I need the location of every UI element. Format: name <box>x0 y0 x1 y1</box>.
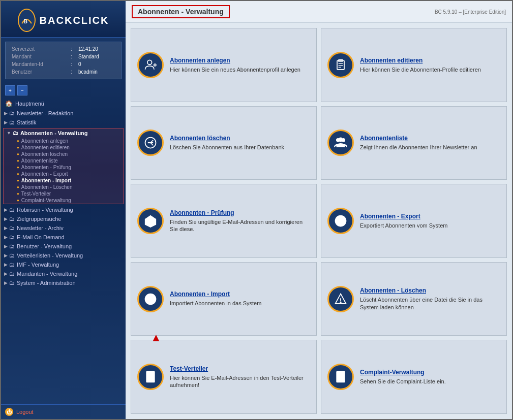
sidebar-item-verteilerlisten-verwaltung[interactable]: ▶ 🗂 Verteilerlisten - Verwaltung <box>1 251 126 260</box>
folder-icon-verteiler: 🗂 <box>9 252 15 259</box>
folder-icon-email: 🗂 <box>9 234 15 240</box>
card-desc-editieren: Hier können Sie die Abonnenten-Profile e… <box>360 66 500 73</box>
sidebar-item-hauptmenu[interactable]: 🏠 Hauptmenü <box>1 99 126 109</box>
card-abonnenten-loeschen2[interactable]: Abonnenten - Löschen Löscht Abonnenten ü… <box>321 262 507 336</box>
content-area: Abonnenten - Verwaltung BC 5.9.10 – [Ent… <box>126 1 512 419</box>
page-title: Abonnenten - Verwaltung <box>138 8 224 16</box>
card-icon-spider-web <box>137 208 164 234</box>
newsletter-redaktion-label: Newsletter - Redaktion <box>17 110 73 116</box>
card-complaint-verwaltung[interactable]: Complaint-Verwaltung Sehen Sie die Compl… <box>321 340 507 414</box>
sidebar-item-robinson-verwaltung[interactable]: ▶ 🗂 Robinson - Verwaltung <box>1 205 126 214</box>
card-abonnenten-import[interactable]: Abonnenten - Import Importiert Abonnente… <box>131 262 317 336</box>
sub-item-loeschen[interactable]: ●Abonnenten löschen <box>14 151 123 157</box>
abonnenten-verwaltung-label: Abonnenten - Verwaltung <box>20 130 88 136</box>
sidebar-item-mandanten-verwaltung[interactable]: ▶ 🗂 Mandanten - Verwaltung <box>1 269 126 278</box>
serverzeit-value: 12:41:20 <box>77 46 116 52</box>
logout-button[interactable]: ⏻ Logout <box>1 404 126 419</box>
card-title-import: Abonnenten - Import <box>170 290 310 298</box>
svg-rect-36 <box>337 372 345 382</box>
page-title-box: Abonnenten - Verwaltung <box>132 5 230 18</box>
card-title-liste: Abonnentenliste <box>360 135 500 142</box>
card-title-pruefung: Abonnenten - Prüfung <box>170 209 310 216</box>
card-abonnenten-editieren[interactable]: Abonnenten editieren Hier können Sie die… <box>321 28 507 102</box>
sub-item-pruefung[interactable]: ●Abonnenten - Prüfung <box>14 164 123 171</box>
imf-verwaltung-label: IMF - Verwaltung <box>17 262 59 268</box>
hauptmenu-label: Hauptmenü <box>15 101 44 107</box>
sidebar-item-system-administration[interactable]: ▶ 🗂 System - Administration <box>1 278 126 287</box>
card-content-pruefung: Abonnenten - Prüfung Finden Sie ungültig… <box>170 209 310 233</box>
sidebar-item-zielgruppensuche[interactable]: ▶ 🗂 Zielgruppensuche <box>1 214 126 223</box>
sub-item-liste[interactable]: ●Abonnentenliste <box>14 157 123 164</box>
sidebar-item-imf-verwaltung[interactable]: ▶ 🗂 IMF - Verwaltung <box>1 260 126 269</box>
folder-icon: 🗂 <box>9 110 15 116</box>
arrow-indicator: ▲ <box>150 331 162 344</box>
version-text: BC 5.9.10 – [Enterprise Edition] <box>435 9 506 15</box>
abonnenten-sub-menu: ●Abonnenten anlegen ●Abonnenten editiere… <box>4 138 123 204</box>
sidebar-navigation: 🏠 Hauptmenü ▶ 🗂 Newsletter - Redaktion ▶… <box>1 98 126 404</box>
sub-item-loeschen2[interactable]: ●Abonnenten - Löschen <box>14 184 123 190</box>
card-icon-people <box>327 130 354 156</box>
sub-item-anlegen[interactable]: ●Abonnenten anlegen <box>14 138 123 144</box>
house-icon: 🏠 <box>5 100 13 107</box>
email-on-demand-label: E-Mail On Demand <box>17 234 65 240</box>
sidebar-item-email-on-demand[interactable]: ▶ 🗂 E-Mail On Demand <box>1 233 126 242</box>
sub-item-test-verteiler[interactable]: ●Test-Verteiler <box>14 190 123 197</box>
expand-icon-benutzer: ▶ <box>4 244 8 249</box>
folder-icon-robinson: 🗂 <box>9 207 15 213</box>
card-title-anlegen: Abonnenten anlegen <box>170 57 310 64</box>
card-icon-triangle-warning <box>327 286 354 312</box>
card-title-editieren: Abonnenten editieren <box>360 57 500 64</box>
svg-text:B: B <box>23 18 27 24</box>
sub-item-import[interactable]: ●Abonnenten - Import <box>14 177 123 184</box>
expand-icon-ziel: ▶ <box>4 216 8 221</box>
sidebar-item-newsletter-archiv[interactable]: ▶ 🗂 Newsletter - Archiv <box>1 223 126 233</box>
mandant-label: Mandant <box>11 53 68 60</box>
sidebar-item-statistik[interactable]: ▶ 🗂 Statistik <box>1 118 126 127</box>
sidebar-item-abonnenten-verwaltung[interactable]: ▼ 🗂 Abonnenten - Verwaltung <box>4 128 123 138</box>
svg-rect-31 <box>146 372 155 382</box>
logout-icon: ⏻ <box>5 408 13 416</box>
sidebar: B BACKCLICK Serverzeit : 12:41:20 Mandan… <box>1 1 126 419</box>
sub-item-editieren[interactable]: ●Abonnenten editieren <box>14 144 123 151</box>
card-content-loeschen2: Abonnenten - Löschen Löscht Abonnenten ü… <box>360 287 500 311</box>
expand-icon-verteiler: ▶ <box>4 253 8 258</box>
card-test-verteiler[interactable]: Test-Verteiler Hier können Sie E-Mail-Ad… <box>131 340 317 414</box>
expand-icon-mandanten: ▶ <box>4 271 8 276</box>
card-icon-remove-circle <box>137 130 164 156</box>
verteilerlisten-verwaltung-label: Verteilerlisten - Verwaltung <box>17 252 83 259</box>
sub-item-complaint[interactable]: ●Complaint-Verwaltung <box>14 197 123 204</box>
content-header: Abonnenten - Verwaltung BC 5.9.10 – [Ent… <box>126 1 512 23</box>
card-content-editieren: Abonnenten editieren Hier können Sie die… <box>360 57 500 73</box>
collapse-all-button[interactable]: − <box>17 85 27 95</box>
folder-icon-benutzer: 🗂 <box>9 243 15 249</box>
card-content-anlegen: Abonnenten anlegen Hier können Sie ein n… <box>170 57 310 73</box>
card-title-complaint: Complaint-Verwaltung <box>360 369 500 376</box>
expand-icon-email: ▶ <box>4 235 8 240</box>
logo-text: BACKCLICK <box>40 15 109 26</box>
card-icon-export <box>327 208 354 234</box>
expand-all-button[interactable]: + <box>5 85 15 95</box>
expand-icon: ▶ <box>4 111 8 116</box>
card-abonnenten-loeschen[interactable]: Abonnenten löschen Löschen Sie Abonnente… <box>131 106 317 180</box>
serverzeit-label: Serverzeit <box>11 46 68 52</box>
sidebar-item-newsletter-redaktion[interactable]: ▶ 🗂 Newsletter - Redaktion <box>1 109 126 118</box>
card-icon-import <box>137 286 164 312</box>
sub-item-export[interactable]: ●Abonnenten - Export <box>14 171 123 177</box>
card-title-test-verteiler: Test-Verteiler <box>170 365 310 372</box>
card-abonnenten-pruefung[interactable]: Abonnenten - Prüfung Finden Sie ungültig… <box>131 184 317 258</box>
svg-point-25 <box>149 220 152 222</box>
card-abonnenten-anlegen[interactable]: Abonnenten anlegen Hier können Sie ein n… <box>131 28 317 102</box>
sidebar-item-benutzer-verwaltung[interactable]: ▶ 🗂 Benutzer - Verwaltung <box>1 242 126 251</box>
system-administration-label: System - Administration <box>17 280 76 286</box>
folder-icon-ziel: 🗂 <box>9 216 15 222</box>
card-abonnentenliste[interactable]: Abonnentenliste Zeigt Ihnen die Abonnent… <box>321 106 507 180</box>
card-abonnenten-export[interactable]: Abonnenten - Export Exportiert Abonnente… <box>321 184 507 258</box>
card-content-loeschen: Abonnenten löschen Löschen Sie Abonnente… <box>170 135 310 151</box>
svg-point-2 <box>147 60 152 64</box>
card-icon-clipboard <box>327 52 354 78</box>
folder-icon-mandanten: 🗂 <box>9 271 15 277</box>
sidebar-toolbar: + − <box>1 83 126 98</box>
card-content-export: Abonnenten - Export Exportiert Abonnente… <box>360 213 500 229</box>
card-title-loeschen2: Abonnenten - Löschen <box>360 287 500 294</box>
card-desc-anlegen: Hier können Sie ein neues Abonnentenprof… <box>170 66 310 73</box>
